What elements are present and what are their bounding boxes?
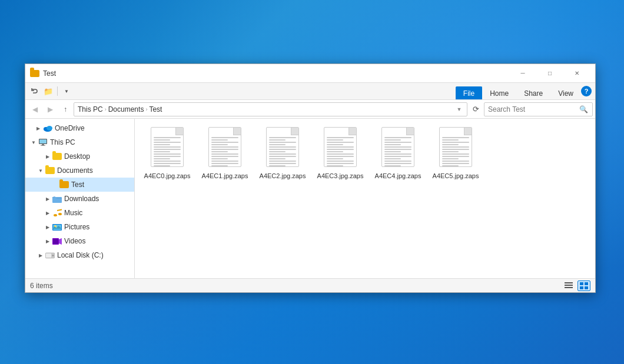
expand-arrow-music: ▶ xyxy=(44,209,51,216)
svg-rect-6 xyxy=(41,145,45,146)
view-details-button[interactable] xyxy=(562,280,575,291)
drive-icon xyxy=(45,251,55,260)
file-icon-4 xyxy=(379,127,417,169)
sidebar-item-label: Downloads xyxy=(64,195,99,203)
folder-icon-documents xyxy=(45,166,55,175)
view-controls xyxy=(562,280,590,291)
expand-arrow-this-pc: ▼ xyxy=(30,139,37,146)
tab-share[interactable]: Share xyxy=(516,86,550,99)
file-area: A4EC0.jpg.zaps xyxy=(135,119,595,278)
window-controls: ─ □ ✕ xyxy=(509,64,590,83)
svg-rect-26 xyxy=(585,286,588,289)
tab-home[interactable]: Home xyxy=(482,86,516,99)
path-segment-test: Test xyxy=(149,105,162,113)
qa-undo-button[interactable] xyxy=(28,85,41,97)
pictures-icon xyxy=(52,222,62,232)
path-dropdown-button[interactable]: ▼ xyxy=(455,102,463,116)
path-arrow-1: › xyxy=(105,106,107,112)
refresh-button[interactable]: ⟳ xyxy=(469,102,483,116)
file-name-3: A4EC3.jpg.zaps xyxy=(317,172,364,180)
expand-arrow-local-disk: ▶ xyxy=(37,252,44,259)
sidebar-item-onedrive[interactable]: ▶ OneDrive xyxy=(25,121,134,135)
sidebar-item-label: OneDrive xyxy=(55,124,85,132)
close-button[interactable]: ✕ xyxy=(563,64,590,83)
window-title: Test xyxy=(43,69,509,78)
search-icon[interactable]: 🔍 xyxy=(578,104,589,115)
svg-rect-18 xyxy=(46,253,51,258)
content-area: ▶ OneDrive ▼ This PC ▶ Desktop xyxy=(25,119,595,278)
svg-rect-16 xyxy=(53,239,58,244)
file-icon-2 xyxy=(264,127,301,169)
sidebar-item-desktop[interactable]: ▶ Desktop xyxy=(25,149,134,163)
svg-rect-25 xyxy=(580,286,583,289)
maximize-button[interactable]: □ xyxy=(536,64,563,83)
folder-icon-downloads xyxy=(52,194,62,203)
sidebar-item-label: Documents xyxy=(57,166,93,175)
file-item-5[interactable]: A4EC5.jpg.zaps xyxy=(429,125,482,182)
sidebar-item-local-disk[interactable]: ▶ Local Disk (C:) xyxy=(25,248,134,262)
sidebar-item-label: Videos xyxy=(64,237,85,245)
sidebar-item-label: This PC xyxy=(50,138,75,146)
file-item-2[interactable]: A4EC2.jpg.zaps xyxy=(256,125,309,182)
svg-rect-21 xyxy=(565,285,573,286)
sidebar-item-this-pc[interactable]: ▼ This PC xyxy=(25,135,134,149)
file-name-0: A4EC0.jpg.zaps xyxy=(144,172,191,180)
up-button[interactable]: ↑ xyxy=(58,102,72,116)
file-icon-3 xyxy=(321,127,359,169)
file-icon-5 xyxy=(437,127,474,169)
sidebar-item-label: Test xyxy=(71,181,84,189)
expand-arrow-videos: ▶ xyxy=(44,238,51,245)
svg-rect-24 xyxy=(585,282,588,285)
file-name-1: A4EC1.jpg.zaps xyxy=(202,172,248,180)
folder-icon-test xyxy=(59,180,69,189)
svg-point-9 xyxy=(54,214,57,216)
view-tiles-button[interactable] xyxy=(577,280,590,291)
status-bar: 6 items xyxy=(25,278,595,292)
qa-dropdown-button[interactable]: ▼ xyxy=(60,85,73,97)
sidebar-item-videos[interactable]: ▶ Videos xyxy=(25,234,134,248)
sidebar-item-label: Pictures xyxy=(64,223,89,231)
tab-view[interactable]: View xyxy=(550,86,581,99)
help-button[interactable]: ? xyxy=(581,86,592,96)
svg-rect-22 xyxy=(565,287,573,288)
sidebar-item-pictures[interactable]: ▶ Pictures xyxy=(25,220,134,234)
expand-arrow-documents: ▼ xyxy=(37,167,44,174)
file-name-2: A4EC2.jpg.zaps xyxy=(260,172,306,180)
search-box[interactable]: 🔍 xyxy=(484,102,593,116)
svg-marker-15 xyxy=(59,238,62,245)
file-item-4[interactable]: A4EC4.jpg.zaps xyxy=(371,125,424,182)
file-icon-1 xyxy=(206,127,244,169)
sidebar-item-test[interactable]: ▶ Test xyxy=(25,178,134,192)
computer-icon xyxy=(38,138,48,147)
qa-folder-button[interactable]: 📁 xyxy=(42,85,55,97)
sidebar-item-label: Local Disk (C:) xyxy=(57,251,104,259)
sidebar-item-downloads[interactable]: ▶ Downloads xyxy=(25,192,134,206)
forward-button[interactable]: ▶ xyxy=(43,102,57,116)
file-item-1[interactable]: A4EC1.jpg.zaps xyxy=(198,125,251,182)
back-button[interactable]: ◀ xyxy=(28,102,42,116)
window-icon xyxy=(30,69,39,78)
expand-arrow-onedrive: ▶ xyxy=(35,125,42,132)
path-segment-documents: Documents xyxy=(108,105,144,113)
file-item-3[interactable]: A4EC3.jpg.zaps xyxy=(314,125,367,182)
svg-rect-23 xyxy=(580,282,583,285)
sidebar: ▶ OneDrive ▼ This PC ▶ Desktop xyxy=(25,119,135,278)
expand-arrow-downloads: ▶ xyxy=(44,195,51,202)
search-input[interactable] xyxy=(488,105,578,113)
minimize-button[interactable]: ─ xyxy=(509,64,536,83)
path-segment-this-pc: This PC xyxy=(78,105,103,113)
sidebar-item-label: Desktop xyxy=(64,152,90,161)
tab-file[interactable]: File xyxy=(456,86,482,99)
path-arrow-2: › xyxy=(145,106,147,112)
toolbar-separator xyxy=(57,86,58,96)
file-name-5: A4EC5.jpg.zaps xyxy=(433,172,479,180)
sidebar-item-label: Music xyxy=(64,209,82,217)
address-bar: ◀ ▶ ↑ This PC › Documents › Test ▼ ⟳ 🔍 xyxy=(25,100,595,119)
file-name-4: A4EC4.jpg.zaps xyxy=(375,172,421,180)
file-item-0[interactable]: A4EC0.jpg.zaps xyxy=(141,125,194,182)
sidebar-item-documents[interactable]: ▼ Documents xyxy=(25,163,134,178)
address-path[interactable]: This PC › Documents › Test ▼ xyxy=(74,102,467,116)
sidebar-item-music[interactable]: ▶ Music xyxy=(25,206,134,220)
title-bar: Test ─ □ ✕ xyxy=(25,64,595,83)
svg-rect-20 xyxy=(565,282,573,283)
